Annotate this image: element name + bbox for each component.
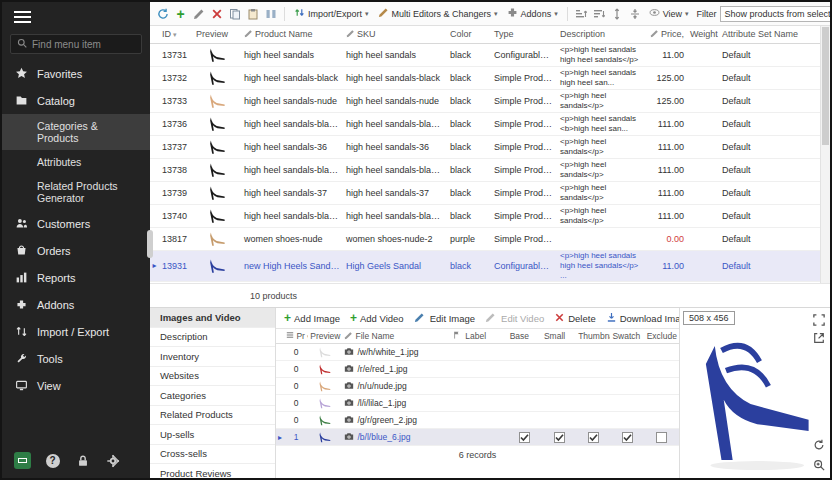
image-row[interactable]: ▸1/b/l/blue_6.jpg [276, 429, 679, 446]
zoom-icon[interactable] [811, 457, 826, 472]
view-button[interactable]: View ▾ [646, 5, 692, 22]
rotate-icon[interactable] [811, 437, 826, 452]
column-header-attribute-set-name[interactable]: Attribute Set Name [719, 26, 820, 43]
table-row[interactable]: 13740high heel sandals-black-38high heel… [150, 204, 820, 227]
table-row[interactable]: ▸13931new High Heels SandalsHigh Geels S… [150, 250, 820, 281]
sidebar-item-import-export[interactable]: Import / Export [2, 318, 150, 345]
copy-icon[interactable] [227, 6, 242, 21]
edit-image-button[interactable]: Edit Image [412, 311, 477, 325]
tab-categories[interactable]: Categories [150, 386, 275, 406]
column-header-file[interactable]: File Name [342, 329, 451, 344]
image-row[interactable]: 0/l/i/lilac_1.jpg [276, 395, 679, 412]
column-header-swatch[interactable]: Swatch [610, 329, 644, 344]
sidebar-item-addons[interactable]: Addons [2, 291, 150, 318]
column-header-thumbna[interactable]: Thumbna [576, 329, 610, 344]
lock-icon[interactable] [74, 452, 91, 469]
settings-icon[interactable] [104, 452, 121, 469]
image-row[interactable]: 0/w/h/white_1.jpg [276, 344, 679, 361]
add-video-button[interactable]: +Add Video [348, 310, 406, 326]
edit-icon[interactable] [191, 6, 206, 21]
table-row[interactable]: 13736high heel sandals-black-36high heel… [150, 112, 820, 135]
sidebar-item-orders[interactable]: Orders [2, 237, 150, 264]
column-header-type[interactable]: Type [491, 26, 557, 43]
exclude-checkbox[interactable] [656, 432, 667, 443]
delete-icon[interactable] [209, 6, 224, 21]
swatch-checkbox[interactable] [622, 432, 633, 443]
products-scrollbar[interactable] [820, 26, 830, 283]
column-header-product-name[interactable]: Product Name [241, 26, 343, 43]
refresh-icon[interactable] [155, 6, 170, 21]
fullscreen-icon[interactable] [811, 312, 826, 327]
table-row[interactable]: 13732high heel sandals-blackhigh heel sa… [150, 66, 820, 89]
sidebar-item-categories-products[interactable]: Categories & Products [2, 114, 150, 150]
store-manager-icon[interactable] [14, 452, 31, 469]
download-image-button[interactable]: Download Image [604, 311, 679, 326]
table-row[interactable]: 13731high heel sandalshigh heel sandalsb… [150, 43, 820, 66]
expand-rows-icon[interactable] [610, 6, 625, 21]
table-row[interactable]: 13737high heel sandals-36high heel sanda… [150, 135, 820, 158]
image-row[interactable]: 0/g/r/green_2.jpg [276, 412, 679, 429]
sidebar-item-attributes[interactable]: Attributes [2, 150, 150, 174]
table-row[interactable]: 13817women shoes-nudewomen shoes-nude-2p… [150, 227, 820, 250]
panel-splitter-handle[interactable] [147, 230, 153, 258]
add-icon: + [350, 311, 357, 325]
column-header-pr[interactable]: Pr▾ [284, 329, 308, 344]
table-row[interactable]: 13739high heel sandals-37high heel sanda… [150, 181, 820, 204]
column-menu-icon[interactable] [286, 331, 294, 341]
image-row[interactable]: 0/r/e/red_1.jpg [276, 361, 679, 378]
tab-product-reviews[interactable]: Product Reviews [150, 464, 275, 478]
small-checkbox[interactable] [554, 432, 565, 443]
scrollbar-thumb[interactable] [822, 27, 829, 145]
column-header-preview[interactable]: Preview [193, 26, 241, 43]
tab-images-and-video[interactable]: Images and Video [150, 308, 275, 328]
sidebar-item-catalog[interactable]: Catalog [2, 87, 150, 114]
sidebar-item-favorites[interactable]: Favorites [2, 60, 150, 87]
import-export-button[interactable]: Import/Export ▾ [291, 5, 372, 22]
tab-cross-sells[interactable]: Cross-sells [150, 445, 275, 465]
table-row[interactable]: 13733high heel sandals-nudehigh heel san… [150, 89, 820, 112]
collapse-rows-icon[interactable] [628, 6, 643, 21]
table-row[interactable]: 13738high heel sandals-black-37high heel… [150, 158, 820, 181]
column-header-id[interactable]: ID▾ [159, 26, 193, 43]
column-header-price[interactable]: Price, [647, 26, 687, 43]
image-row[interactable]: 0/n/u/nude.jpg [276, 378, 679, 395]
tab-websites[interactable]: Websites [150, 367, 275, 387]
column-header-small[interactable]: Small [542, 329, 576, 344]
tab-related-products[interactable]: Related Products [150, 406, 275, 426]
tab-inventory[interactable]: Inventory [150, 347, 275, 367]
search-input[interactable] [32, 39, 135, 50]
column-header-sku[interactable]: SKU [343, 26, 447, 43]
column-header-color[interactable]: Color [447, 26, 491, 43]
multi-editors-button[interactable]: Multi Editors & Changers ▾ [375, 5, 501, 22]
open-external-icon[interactable] [811, 330, 826, 345]
column-header-label[interactable]: Label [463, 329, 507, 344]
column-header-flag[interactable] [451, 329, 463, 344]
sort-descending-icon[interactable] [592, 6, 607, 21]
cell-type: Simple Product [491, 112, 557, 135]
help-icon[interactable]: ? [44, 452, 61, 469]
columns-icon[interactable] [263, 6, 278, 21]
menu-icon[interactable] [2, 2, 150, 32]
tab-up-sells[interactable]: Up-sells [150, 425, 275, 445]
sidebar-search[interactable] [10, 34, 142, 54]
add-icon[interactable]: + [173, 6, 188, 21]
tab-description[interactable]: Description [150, 328, 275, 348]
sidebar-item-related-products-generator[interactable]: Related Products Generator [2, 174, 150, 210]
sidebar-item-view[interactable]: View [2, 372, 150, 399]
paste-icon[interactable] [245, 6, 260, 21]
add-image-button[interactable]: +Add Image [282, 310, 342, 326]
column-header-base[interactable]: Base [508, 329, 542, 344]
column-header-description[interactable]: Description [557, 26, 647, 43]
column-header-preview[interactable]: Preview [308, 329, 342, 344]
column-header-weight[interactable]: Weight [687, 26, 719, 43]
base-checkbox[interactable] [519, 432, 530, 443]
addons-button[interactable]: Addons ▾ [504, 5, 561, 22]
sort-ascending-icon[interactable] [574, 6, 589, 21]
category-filter-select[interactable]: Show products from selected categories ▾ [720, 6, 830, 22]
thumbnail-checkbox[interactable] [588, 432, 599, 443]
sidebar-item-customers[interactable]: Customers [2, 210, 150, 237]
sidebar-item-reports[interactable]: Reports [2, 264, 150, 291]
delete-button[interactable]: Delete [552, 311, 597, 326]
sidebar-item-tools[interactable]: Tools [2, 345, 150, 372]
column-header-exclude[interactable]: Exclude [645, 329, 679, 344]
